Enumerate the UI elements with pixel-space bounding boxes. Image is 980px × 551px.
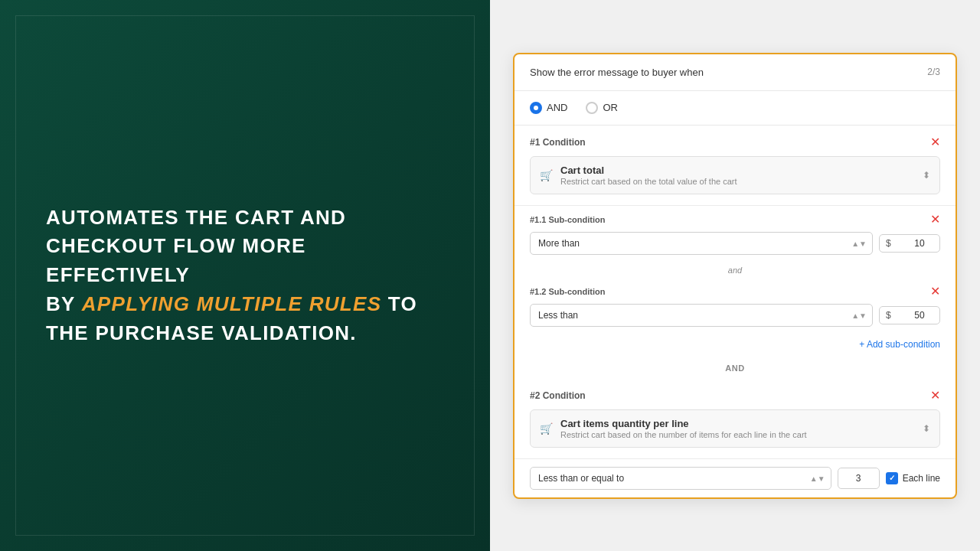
condition-2-type-desc: Restrict cart based on the number of ite… [560, 430, 915, 439]
sub-condition-2-1-operator-wrapper: More than Less than Less than or equal t… [530, 467, 831, 490]
sub-condition-1-2-row: More than Less than Less than or equal t… [530, 304, 940, 327]
condition-2-chevron-icon: ⬍ [923, 423, 930, 434]
sub-condition-1-1-title: #1.1 Sub-condition [530, 215, 605, 224]
hero-line3-post: TO [381, 292, 417, 315]
each-line-checkbox[interactable] [886, 472, 898, 484]
condition-1-title: #1 Condition [530, 137, 586, 148]
sub-condition-1-1-row: More than Less than Less than or equal t… [530, 232, 940, 255]
condition-2-type-name: Cart items quantity per line [560, 418, 915, 429]
sub-condition-1-2-value-input[interactable] [894, 310, 925, 321]
card-header: Show the error message to buyer when 2/3 [514, 54, 956, 91]
condition-1-type-text: Cart total Restrict cart based on the to… [560, 165, 915, 186]
currency-symbol-1-1: $ [886, 238, 891, 249]
condition-2-type-text: Cart items quantity per line Restrict ca… [560, 418, 915, 439]
sub-condition-1-1-close-button[interactable]: ✕ [930, 214, 940, 226]
sub-condition-1-2-value-wrapper: $ [879, 306, 940, 324]
condition-1-close-button[interactable]: ✕ [930, 136, 940, 148]
condition-AND-divider: AND [514, 357, 956, 379]
sub-condition-2-1: More than Less than Less than or equal t… [514, 459, 956, 497]
hero-line-3: BY APPLYING MULTIPLE RULES TO [46, 290, 444, 319]
hero-line-1: AUTOMATES THE CART AND [46, 204, 444, 233]
sub-condition-1-1-operator-wrapper: More than Less than Less than or equal t… [530, 232, 873, 255]
sub-condition-1-1-value-wrapper: $ [879, 234, 940, 253]
condition-1-type-name: Cart total [560, 165, 915, 176]
and-divider-label: and [514, 262, 956, 278]
sub-condition-2-1-operator-select[interactable]: More than Less than Less than or equal t… [530, 467, 831, 490]
hero-text: AUTOMATES THE CART AND CHECKOUT FLOW MOR… [46, 204, 444, 347]
sub-condition-1-2-operator-select[interactable]: More than Less than Less than or equal t… [530, 304, 873, 327]
left-panel: AUTOMATES THE CART AND CHECKOUT FLOW MOR… [0, 0, 490, 551]
main-card: Show the error message to buyer when 2/3… [513, 53, 957, 499]
hero-line-4: THE PURCHASE VALIDATION. [46, 319, 444, 348]
condition-1-type-desc: Restrict cart based on the total value o… [560, 177, 915, 186]
condition-2-block: #2 Condition ✕ 🛒 Cart items quantity per… [514, 379, 956, 459]
sub-condition-1-1-value-input[interactable] [894, 238, 925, 249]
card-header-title: Show the error message to buyer when [530, 67, 704, 78]
sub-condition-1-2: #1.2 Sub-condition ✕ More than Less than… [514, 278, 956, 334]
condition-2-close-button[interactable]: ✕ [930, 390, 940, 402]
condition-2-header: #2 Condition ✕ [530, 390, 940, 402]
sub-condition-1-1: #1.1 Sub-condition ✕ More than Less than… [514, 206, 956, 262]
radio-or-label: OR [603, 102, 618, 113]
each-line-checkbox-row[interactable]: Each line [886, 472, 940, 484]
each-line-label: Each line [903, 473, 940, 484]
add-sub-condition-area: + Add sub-condition [514, 334, 956, 357]
sub-condition-1-2-title: #1.2 Sub-condition [530, 287, 605, 296]
sub-condition-2-1-value-input[interactable] [838, 468, 880, 489]
sub-condition-1-2-header: #1.2 Sub-condition ✕ [530, 285, 940, 298]
card-step-indicator: 2/3 [927, 67, 940, 77]
add-sub-condition-button[interactable]: + Add sub-condition [859, 339, 940, 350]
sub-condition-1-2-operator-wrapper: More than Less than Less than or equal t… [530, 304, 873, 327]
sub-condition-1-1-operator-select[interactable]: More than Less than Less than or equal t… [530, 232, 873, 255]
logic-radio-group: AND OR [514, 91, 956, 126]
radio-or-circle [586, 102, 598, 114]
condition-1-chevron-icon: ⬍ [923, 170, 930, 181]
currency-symbol-1-2: $ [886, 310, 891, 321]
radio-or[interactable]: OR [586, 102, 618, 114]
radio-and-circle [530, 102, 542, 114]
cart-icon-1: 🛒 [540, 169, 553, 181]
condition-2-type-row[interactable]: 🛒 Cart items quantity per line Restrict … [530, 409, 940, 448]
condition-2-title: #2 Condition [530, 390, 586, 401]
condition-1-block: #1 Condition ✕ 🛒 Cart total Restrict car… [514, 126, 956, 206]
sub-condition-2-1-row: More than Less than Less than or equal t… [530, 467, 940, 490]
sub-condition-1-1-header: #1.1 Sub-condition ✕ [530, 214, 940, 226]
condition-1-header: #1 Condition ✕ [530, 136, 940, 148]
hero-line-2: CHECKOUT FLOW MORE EFFECTIVELY [46, 232, 444, 289]
radio-and[interactable]: AND [530, 102, 567, 114]
radio-and-label: AND [547, 102, 567, 113]
right-panel: Show the error message to buyer when 2/3… [490, 0, 980, 551]
sub-condition-1-2-close-button[interactable]: ✕ [930, 285, 940, 298]
hero-highlight: APPLYING MULTIPLE RULES [82, 292, 382, 315]
hero-line3-pre: BY [46, 292, 82, 315]
condition-1-type-row[interactable]: 🛒 Cart total Restrict cart based on the … [530, 156, 940, 194]
cart-icon-2: 🛒 [540, 422, 553, 435]
